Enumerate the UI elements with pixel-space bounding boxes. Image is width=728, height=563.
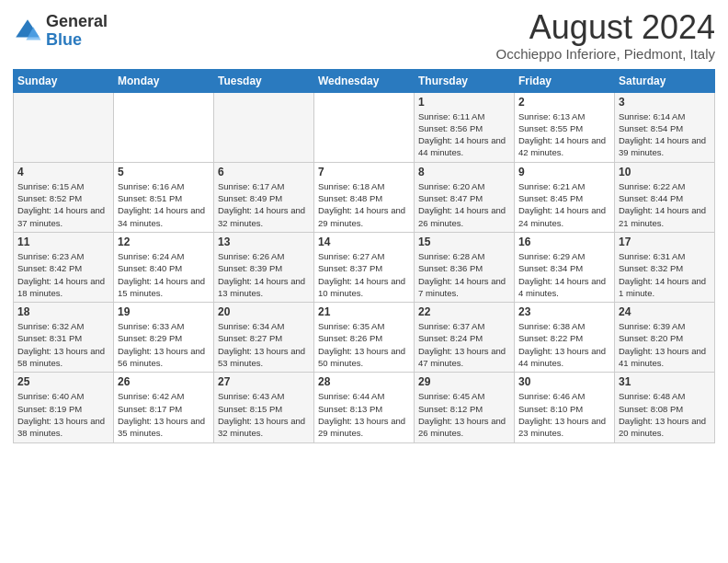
title-location: Occhieppo Inferiore, Piedmont, Italy <box>496 46 715 62</box>
day-number: 18 <box>17 305 109 318</box>
day-info: Sunrise: 6:21 AM Sunset: 8:45 PM Dayligh… <box>518 180 610 229</box>
day-number: 8 <box>418 166 510 178</box>
day-info: Sunrise: 6:26 AM Sunset: 8:39 PM Dayligh… <box>218 250 310 299</box>
day-number: 15 <box>418 236 510 248</box>
day-info: Sunrise: 6:40 AM Sunset: 8:19 PM Dayligh… <box>17 390 109 439</box>
day-info: Sunrise: 6:18 AM Sunset: 8:48 PM Dayligh… <box>318 180 410 229</box>
day-info: Sunrise: 6:22 AM Sunset: 8:44 PM Dayligh… <box>619 180 711 229</box>
day-info: Sunrise: 6:43 AM Sunset: 8:15 PM Dayligh… <box>218 390 310 439</box>
day-info: Sunrise: 6:48 AM Sunset: 8:08 PM Dayligh… <box>619 390 711 439</box>
calendar-cell <box>214 92 314 162</box>
day-number: 12 <box>118 236 210 248</box>
day-info: Sunrise: 6:23 AM Sunset: 8:42 PM Dayligh… <box>17 250 109 299</box>
calendar-cell: 31Sunrise: 6:48 AM Sunset: 8:08 PM Dayli… <box>615 373 715 442</box>
calendar-cell: 15Sunrise: 6:28 AM Sunset: 8:36 PM Dayli… <box>415 232 515 302</box>
day-info: Sunrise: 6:32 AM Sunset: 8:31 PM Dayligh… <box>17 320 109 369</box>
day-number: 21 <box>318 305 410 318</box>
day-number: 9 <box>518 166 610 178</box>
day-number: 5 <box>118 166 210 178</box>
calendar-cell: 14Sunrise: 6:27 AM Sunset: 8:37 PM Dayli… <box>314 232 415 302</box>
col-saturday: Saturday <box>615 69 715 92</box>
calendar-week-4: 18Sunrise: 6:32 AM Sunset: 8:31 PM Dayli… <box>14 303 715 373</box>
day-info: Sunrise: 6:20 AM Sunset: 8:47 PM Dayligh… <box>418 180 510 229</box>
day-number: 22 <box>418 305 510 318</box>
calendar-cell: 21Sunrise: 6:35 AM Sunset: 8:26 PM Dayli… <box>314 303 415 373</box>
col-wednesday: Wednesday <box>314 69 415 92</box>
day-number: 13 <box>218 236 310 248</box>
calendar-cell: 27Sunrise: 6:43 AM Sunset: 8:15 PM Dayli… <box>214 373 314 442</box>
title-section: August 2024 Occhieppo Inferiore, Piedmon… <box>496 9 715 62</box>
day-info: Sunrise: 6:24 AM Sunset: 8:40 PM Dayligh… <box>118 250 210 299</box>
calendar-cell: 1Sunrise: 6:11 AM Sunset: 8:56 PM Daylig… <box>415 92 515 162</box>
calendar-cell: 29Sunrise: 6:45 AM Sunset: 8:12 PM Dayli… <box>415 373 515 442</box>
col-monday: Monday <box>114 69 214 92</box>
calendar-cell: 20Sunrise: 6:34 AM Sunset: 8:27 PM Dayli… <box>214 303 314 373</box>
header: General Blue August 2024 Occhieppo Infer… <box>13 9 715 62</box>
logo-general: General <box>46 13 108 31</box>
day-number: 31 <box>619 375 711 388</box>
calendar-cell <box>314 92 415 162</box>
calendar-cell: 26Sunrise: 6:42 AM Sunset: 8:17 PM Dayli… <box>114 373 214 442</box>
page: General Blue August 2024 Occhieppo Infer… <box>0 0 728 563</box>
calendar-cell <box>114 92 214 162</box>
day-info: Sunrise: 6:34 AM Sunset: 8:27 PM Dayligh… <box>218 320 310 369</box>
day-number: 1 <box>418 96 510 109</box>
day-info: Sunrise: 6:13 AM Sunset: 8:55 PM Dayligh… <box>518 110 610 159</box>
calendar-cell: 7Sunrise: 6:18 AM Sunset: 8:48 PM Daylig… <box>314 162 415 232</box>
calendar-cell: 22Sunrise: 6:37 AM Sunset: 8:24 PM Dayli… <box>415 303 515 373</box>
calendar-cell <box>14 92 114 162</box>
day-info: Sunrise: 6:39 AM Sunset: 8:20 PM Dayligh… <box>619 320 711 369</box>
day-info: Sunrise: 6:35 AM Sunset: 8:26 PM Dayligh… <box>318 320 410 369</box>
calendar-cell: 18Sunrise: 6:32 AM Sunset: 8:31 PM Dayli… <box>14 303 114 373</box>
day-number: 17 <box>619 236 711 248</box>
day-number: 2 <box>518 96 610 109</box>
day-number: 29 <box>418 375 510 388</box>
calendar-week-1: 1Sunrise: 6:11 AM Sunset: 8:56 PM Daylig… <box>14 92 715 162</box>
col-friday: Friday <box>515 69 615 92</box>
day-info: Sunrise: 6:45 AM Sunset: 8:12 PM Dayligh… <box>418 390 510 439</box>
day-info: Sunrise: 6:27 AM Sunset: 8:37 PM Dayligh… <box>318 250 410 299</box>
calendar-cell: 23Sunrise: 6:38 AM Sunset: 8:22 PM Dayli… <box>515 303 615 373</box>
day-number: 7 <box>318 166 410 178</box>
day-number: 28 <box>318 375 410 388</box>
title-month: August 2024 <box>496 9 715 46</box>
calendar-cell: 6Sunrise: 6:17 AM Sunset: 8:49 PM Daylig… <box>214 162 314 232</box>
day-number: 16 <box>518 236 610 248</box>
calendar-week-2: 4Sunrise: 6:15 AM Sunset: 8:52 PM Daylig… <box>14 162 715 232</box>
calendar-cell: 25Sunrise: 6:40 AM Sunset: 8:19 PM Dayli… <box>14 373 114 442</box>
day-number: 30 <box>518 375 610 388</box>
day-info: Sunrise: 6:38 AM Sunset: 8:22 PM Dayligh… <box>518 320 610 369</box>
logo-blue: Blue <box>46 31 108 50</box>
col-tuesday: Tuesday <box>214 69 314 92</box>
day-info: Sunrise: 6:28 AM Sunset: 8:36 PM Dayligh… <box>418 250 510 299</box>
day-info: Sunrise: 6:33 AM Sunset: 8:29 PM Dayligh… <box>118 320 210 369</box>
day-info: Sunrise: 6:46 AM Sunset: 8:10 PM Dayligh… <box>518 390 610 439</box>
day-number: 20 <box>218 305 310 318</box>
calendar-cell: 2Sunrise: 6:13 AM Sunset: 8:55 PM Daylig… <box>515 92 615 162</box>
day-number: 26 <box>118 375 210 388</box>
calendar-cell: 5Sunrise: 6:16 AM Sunset: 8:51 PM Daylig… <box>114 162 214 232</box>
day-info: Sunrise: 6:29 AM Sunset: 8:34 PM Dayligh… <box>518 250 610 299</box>
day-number: 25 <box>17 375 109 388</box>
calendar-header-row: Sunday Monday Tuesday Wednesday Thursday… <box>14 69 715 92</box>
calendar-cell: 4Sunrise: 6:15 AM Sunset: 8:52 PM Daylig… <box>14 162 114 232</box>
day-number: 6 <box>218 166 310 178</box>
day-number: 4 <box>17 166 109 178</box>
day-info: Sunrise: 6:17 AM Sunset: 8:49 PM Dayligh… <box>218 180 310 229</box>
day-info: Sunrise: 6:42 AM Sunset: 8:17 PM Dayligh… <box>118 390 210 439</box>
col-sunday: Sunday <box>14 69 114 92</box>
day-number: 3 <box>619 96 711 109</box>
logo-icon <box>13 17 42 46</box>
calendar-week-5: 25Sunrise: 6:40 AM Sunset: 8:19 PM Dayli… <box>14 373 715 442</box>
day-number: 11 <box>17 236 109 248</box>
calendar-cell: 11Sunrise: 6:23 AM Sunset: 8:42 PM Dayli… <box>14 232 114 302</box>
day-info: Sunrise: 6:44 AM Sunset: 8:13 PM Dayligh… <box>318 390 410 439</box>
day-number: 19 <box>118 305 210 318</box>
calendar-week-3: 11Sunrise: 6:23 AM Sunset: 8:42 PM Dayli… <box>14 232 715 302</box>
day-info: Sunrise: 6:37 AM Sunset: 8:24 PM Dayligh… <box>418 320 510 369</box>
day-info: Sunrise: 6:14 AM Sunset: 8:54 PM Dayligh… <box>619 110 711 159</box>
calendar-cell: 17Sunrise: 6:31 AM Sunset: 8:32 PM Dayli… <box>615 232 715 302</box>
day-info: Sunrise: 6:31 AM Sunset: 8:32 PM Dayligh… <box>619 250 711 299</box>
day-number: 27 <box>218 375 310 388</box>
calendar-cell: 9Sunrise: 6:21 AM Sunset: 8:45 PM Daylig… <box>515 162 615 232</box>
